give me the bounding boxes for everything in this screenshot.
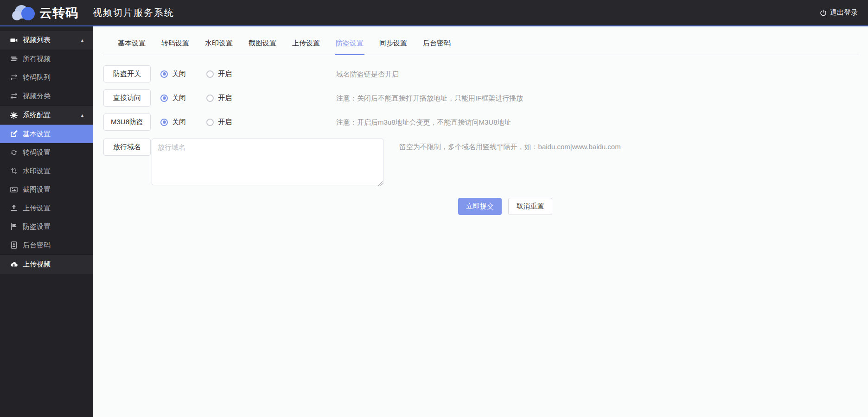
sidebar-item[interactable]: 后台密码	[0, 236, 93, 254]
sidebar-item-label: 基本设置	[23, 130, 51, 139]
sidebar-item-label: 所有视频	[23, 55, 51, 63]
sidebar-item-label: 转码设置	[23, 148, 51, 157]
radio-option[interactable]: 开启	[206, 118, 232, 126]
sidebar-item[interactable]: 上传设置	[0, 199, 93, 217]
flag-icon	[10, 223, 18, 231]
tab-item[interactable]: 同步设置	[379, 39, 407, 55]
radio-circle-icon	[160, 70, 168, 78]
sidebar-item-label: 后台密码	[23, 241, 51, 250]
radio-circle-icon	[206, 119, 214, 126]
tab-item[interactable]: 后台密码	[423, 39, 451, 55]
sidebar: 视频列表▲所有视频转码队列视频分类系统配置▲基本设置转码设置水印设置截图设置上传…	[0, 26, 93, 417]
sidebar-item[interactable]: 视频分类	[0, 87, 93, 105]
settings-tabs: 基本设置转码设置水印设置截图设置上传设置防盗设置同步设置后台密码	[103, 26, 859, 55]
gear-icon	[10, 111, 18, 119]
power-icon	[820, 9, 827, 16]
submit-button[interactable]: 立即提交	[458, 198, 502, 215]
radio-rows: 防盗开关关闭开启域名防盗链是否开启直接访问关闭开启注意：关闭后不能直接打开播放地…	[103, 65, 868, 131]
radio-option[interactable]: 关闭	[160, 70, 186, 78]
edit-icon	[10, 130, 18, 138]
exchange-icon	[10, 92, 18, 100]
form-row-hint: 域名防盗链是否开启	[336, 70, 399, 78]
tab-item[interactable]: 防盗设置	[336, 39, 364, 55]
sidebar-item[interactable]: 视频列表▲	[0, 30, 93, 50]
radio-option[interactable]: 关闭	[160, 118, 186, 126]
form-radio-row: 直接访问关闭开启注意：关闭后不能直接打开播放地址，只能用IF框架进行播放	[103, 89, 868, 107]
reset-button[interactable]: 取消重置	[508, 198, 552, 215]
radio-option[interactable]: 开启	[206, 70, 232, 78]
app-root: 云转码 视频切片服务系统 退出登录 视频列表▲所有视频转码队列视频分类系统配置▲…	[0, 0, 868, 417]
allowed-domains-label: 放行域名	[103, 139, 151, 156]
form-row-hint: 注意：关闭后不能直接打开播放地址，只能用IF框架进行播放	[336, 94, 523, 102]
sidebar-item[interactable]: 转码设置	[0, 143, 93, 162]
form-row-hint: 注意：开启后m3u8地址会变更，不能直接访问M3U8地址	[336, 118, 511, 126]
sidebar-item[interactable]: 转码队列	[0, 68, 93, 87]
tab-item[interactable]: 水印设置	[205, 39, 233, 55]
tab-item[interactable]: 转码设置	[161, 39, 189, 55]
sync-icon	[10, 149, 18, 157]
radio-option-label: 开启	[218, 118, 232, 126]
form-radio-row: M3U8防盗关闭开启注意：开启后m3u8地址会变更，不能直接访问M3U8地址	[103, 114, 868, 131]
sidebar-item-label: 防盗设置	[23, 222, 51, 231]
list-icon	[10, 55, 18, 63]
sidebar-item[interactable]: 上传视频	[0, 254, 93, 274]
radio-group: 关闭开启	[160, 118, 232, 126]
sidebar-item-label: 上传设置	[23, 204, 51, 213]
radio-option-label: 关闭	[172, 118, 186, 126]
cloud-logo-icon	[12, 5, 35, 21]
brand-logo: 云转码	[0, 5, 93, 21]
crop-icon	[10, 167, 18, 175]
radio-circle-icon	[206, 70, 214, 78]
radio-option[interactable]: 关闭	[160, 94, 186, 102]
main-content: 基本设置转码设置水印设置截图设置上传设置防盗设置同步设置后台密码 防盗开关关闭开…	[93, 26, 868, 417]
radio-circle-icon	[160, 95, 168, 102]
allowed-domains-row: 放行域名 留空为不限制，多个域名用竖线"|"隔开，如：baidu.com|www…	[103, 139, 868, 187]
form-row-label: 直接访问	[103, 89, 151, 107]
radio-option-label: 关闭	[172, 94, 186, 102]
tab-item[interactable]: 上传设置	[292, 39, 320, 55]
tab-item[interactable]: 基本设置	[118, 39, 146, 55]
radio-option-label: 关闭	[172, 70, 186, 78]
form-row-label: M3U8防盗	[103, 114, 151, 131]
sidebar-item-label: 系统配置	[23, 111, 51, 120]
form-radio-row: 防盗开关关闭开启域名防盗链是否开启	[103, 65, 868, 82]
radio-option-label: 开启	[218, 94, 232, 102]
form-row-label: 防盗开关	[103, 65, 151, 82]
exchange-icon	[10, 74, 18, 82]
radio-option[interactable]: 开启	[206, 94, 232, 102]
radio-group: 关闭开启	[160, 94, 232, 102]
cloud-upload-icon	[10, 260, 18, 268]
sidebar-item-label: 截图设置	[23, 185, 51, 194]
allowed-domains-input[interactable]	[152, 139, 383, 185]
radio-option-label: 开启	[218, 70, 232, 78]
form-actions: 立即提交 取消重置	[458, 198, 868, 215]
video-camera-icon	[10, 36, 18, 44]
brand-name: 云转码	[39, 5, 78, 21]
logout-button[interactable]: 退出登录	[820, 8, 868, 17]
page-title: 视频切片服务系统	[93, 6, 174, 19]
radio-circle-icon	[160, 119, 168, 126]
sidebar-item-label: 视频分类	[23, 92, 51, 101]
sidebar-item-label: 转码队列	[23, 73, 51, 82]
sidebar-item[interactable]: 所有视频	[0, 50, 93, 68]
allowed-domains-hint: 留空为不限制，多个域名用竖线"|"隔开，如：baidu.com|www.baid…	[399, 143, 621, 152]
id-card-icon	[10, 241, 18, 249]
sidebar-item[interactable]: 水印设置	[0, 162, 93, 180]
sidebar-item[interactable]: 系统配置▲	[0, 105, 93, 125]
logout-label: 退出登录	[830, 8, 858, 17]
image-icon	[10, 186, 18, 194]
upload-icon	[10, 204, 18, 212]
anti-theft-form: 防盗开关关闭开启域名防盗链是否开启直接访问关闭开启注意：关闭后不能直接打开播放地…	[93, 55, 868, 215]
sidebar-item[interactable]: 防盗设置	[0, 217, 93, 236]
chevron-up-icon: ▲	[80, 38, 84, 43]
sidebar-item-label: 上传视频	[23, 260, 51, 269]
radio-circle-icon	[206, 95, 214, 102]
sidebar-item-label: 视频列表	[23, 36, 51, 44]
sidebar-item-label: 水印设置	[23, 167, 51, 176]
chevron-up-icon: ▲	[80, 113, 84, 118]
sidebar-item[interactable]: 截图设置	[0, 180, 93, 199]
app-header: 云转码 视频切片服务系统 退出登录	[0, 0, 868, 26]
radio-group: 关闭开启	[160, 70, 232, 78]
sidebar-item[interactable]: 基本设置	[0, 125, 93, 143]
tab-item[interactable]: 截图设置	[249, 39, 276, 55]
